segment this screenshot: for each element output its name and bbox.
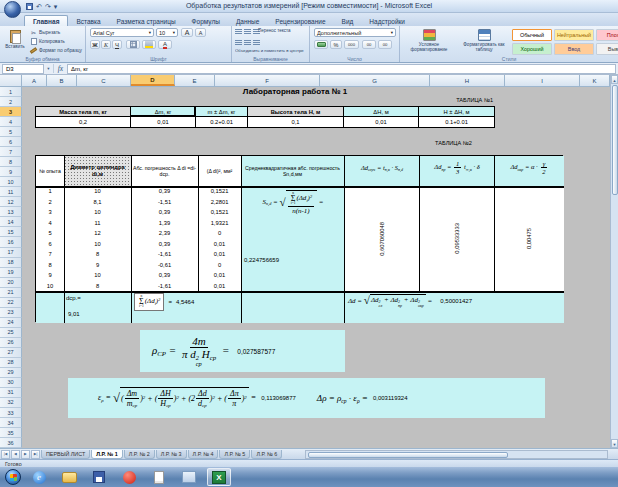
table2-data-cell[interactable]: 0 bbox=[198, 228, 241, 239]
align-right-icon[interactable] bbox=[253, 40, 260, 46]
table1-caption[interactable]: ТАБЛИЦА №1 bbox=[420, 97, 493, 103]
ribbon-tab-Разметка страницы[interactable]: Разметка страницы bbox=[109, 16, 184, 26]
sheet-tab-Л.Р. № 2[interactable]: Л.Р. № 2 bbox=[124, 450, 155, 459]
row-header-36[interactable]: 36 bbox=[0, 438, 22, 448]
table2-data-cell[interactable]: 11 bbox=[64, 218, 131, 229]
table1-cell[interactable]: 0.1+0.01 bbox=[419, 117, 494, 127]
table1-cell[interactable]: Высота тела Н, м bbox=[248, 107, 344, 117]
merge-center-button[interactable]: Объединить и поместить в центре bbox=[235, 48, 309, 53]
taskbar-item-folder[interactable] bbox=[57, 468, 81, 486]
row-header-28[interactable]: 28 bbox=[0, 358, 22, 368]
table1-cell[interactable]: 0,1 bbox=[248, 117, 344, 127]
column-header-D[interactable]: D bbox=[131, 75, 175, 86]
paste-button[interactable]: Вставить bbox=[2, 28, 28, 56]
table2-data-cell[interactable]: 0,39 bbox=[131, 186, 198, 197]
first-sheet-icon[interactable]: |◀ bbox=[1, 450, 10, 459]
table1-cell[interactable]: Масса тела m, кг bbox=[36, 107, 131, 117]
table2-data-cell[interactable]: -1,61 bbox=[131, 281, 198, 292]
decrease-decimal-button[interactable]: 00 bbox=[378, 40, 392, 49]
align-top-icon[interactable] bbox=[235, 29, 242, 35]
sheet-tab-Л.Р. № 1[interactable]: Л.Р. № 1 bbox=[91, 450, 123, 459]
horizontal-scrollbar[interactable] bbox=[305, 450, 608, 459]
name-box-dropdown-icon[interactable]: ▾ bbox=[44, 66, 53, 71]
row-header-13[interactable]: 13 bbox=[0, 207, 22, 217]
fill-color-button[interactable] bbox=[142, 40, 156, 49]
table2-data-cell[interactable]: 0,39 bbox=[131, 239, 198, 250]
style-Обычный[interactable]: Обычный bbox=[512, 29, 552, 41]
name-box[interactable]: D3 bbox=[2, 64, 44, 74]
row-header-17[interactable]: 17 bbox=[0, 248, 22, 258]
row-header-35[interactable]: 35 bbox=[0, 428, 22, 438]
table2-data-cell[interactable]: 7 bbox=[36, 249, 64, 260]
row-header-26[interactable]: 26 bbox=[0, 338, 22, 348]
row-header-24[interactable]: 24 bbox=[0, 318, 22, 328]
sheet-tab-ПЕРВЫЙ ЛИСТ[interactable]: ПЕРВЫЙ ЛИСТ bbox=[41, 450, 90, 459]
style-Вывод[interactable]: Вывод bbox=[596, 43, 618, 55]
row-header-25[interactable]: 25 bbox=[0, 328, 22, 338]
table1-cell[interactable]: Н ± ΔН, м bbox=[419, 107, 494, 117]
format-painter-button[interactable]: Формат по образцу bbox=[30, 47, 82, 54]
ribbon-tab-Вставка[interactable]: Вставка bbox=[68, 16, 108, 26]
font-color-button[interactable]: А bbox=[158, 40, 172, 49]
percent-button[interactable]: % bbox=[330, 40, 342, 49]
table2-data-cell[interactable]: -0,61 bbox=[131, 260, 198, 271]
office-button[interactable] bbox=[4, 1, 21, 18]
prev-sheet-icon[interactable]: ◀ bbox=[11, 450, 20, 459]
insert-function-icon[interactable]: fx bbox=[53, 64, 67, 73]
row-header-18[interactable]: 18 bbox=[0, 258, 22, 268]
shrink-font-button[interactable]: А bbox=[195, 28, 206, 37]
style-Хороший[interactable]: Хороший bbox=[512, 43, 552, 55]
row-header-21[interactable]: 21 bbox=[0, 288, 22, 298]
table2-data-cell[interactable]: 4 bbox=[36, 218, 64, 229]
sum-value[interactable]: 4,5464 bbox=[176, 299, 194, 305]
row-header-29[interactable]: 29 bbox=[0, 368, 22, 378]
table2-data-cell[interactable]: 0,01 bbox=[198, 281, 241, 292]
align-middle-icon[interactable] bbox=[244, 29, 251, 35]
row-header-33[interactable]: 33 bbox=[0, 408, 22, 418]
table1-cell[interactable]: 0,01 bbox=[344, 117, 419, 127]
number-format-combo[interactable]: Дополнительный▾ bbox=[314, 28, 396, 37]
conditional-formatting-button[interactable]: Условное форматирование bbox=[404, 28, 454, 56]
sheet-tab-Л.Р. № 5[interactable]: Л.Р. № 5 bbox=[219, 450, 250, 459]
row-header-19[interactable]: 19 bbox=[0, 268, 22, 278]
table2-data-cell[interactable]: 0,39 bbox=[131, 270, 198, 281]
table1-cell[interactable]: 0,01 bbox=[131, 117, 196, 127]
table2-data-cell[interactable]: 0 bbox=[198, 260, 241, 271]
font-family-combo[interactable]: Arial Cyr▾ bbox=[90, 28, 154, 37]
style-Плохой[interactable]: Плохой bbox=[596, 29, 618, 41]
row-header-20[interactable]: 20 bbox=[0, 278, 22, 288]
table2-data-cell[interactable]: 0,01 bbox=[198, 239, 241, 250]
table1-cell[interactable]: Δm, кг bbox=[131, 107, 196, 117]
row-header-30[interactable]: 30 bbox=[0, 378, 22, 388]
row-header-34[interactable]: 34 bbox=[0, 418, 22, 428]
row-header-9[interactable]: 9 bbox=[0, 167, 22, 177]
increase-decimal-button[interactable]: 00 bbox=[362, 40, 376, 49]
table2-data-cell[interactable]: 0,01 bbox=[198, 270, 241, 281]
italic-button[interactable]: К bbox=[101, 40, 111, 49]
table2-data-cell[interactable]: 8 bbox=[36, 260, 64, 271]
table2-data-cell[interactable]: 0,1521 bbox=[198, 207, 241, 218]
table2-data-cell[interactable]: 1,9321 bbox=[198, 218, 241, 229]
table2-data-cell[interactable]: 6 bbox=[36, 239, 64, 250]
borders-button[interactable] bbox=[126, 40, 140, 49]
table2-data-cell[interactable]: 0,39 bbox=[131, 207, 198, 218]
table2-data-cell[interactable]: 9 bbox=[64, 260, 131, 271]
row-header-10[interactable]: 10 bbox=[0, 177, 22, 187]
currency-button[interactable] bbox=[314, 40, 328, 49]
row-header-15[interactable]: 15 bbox=[0, 227, 22, 237]
style-Нейтральный[interactable]: Нейтральный bbox=[554, 29, 594, 41]
table1-cell[interactable]: 0.2+0.01 bbox=[196, 117, 248, 127]
ribbon-tab-Надстройки[interactable]: Надстройки bbox=[361, 16, 413, 26]
sn-value[interactable]: 0,224756659 bbox=[244, 257, 279, 263]
taskbar-item-window[interactable] bbox=[177, 468, 201, 486]
row-header-11[interactable]: 11 bbox=[0, 187, 22, 197]
row-header-5[interactable]: 5 bbox=[0, 127, 22, 137]
column-header-E[interactable]: E bbox=[175, 75, 215, 86]
table2-data-cell[interactable]: 2,39 bbox=[131, 228, 198, 239]
table2-header-1[interactable]: Диаметр цилиндра di,м bbox=[64, 156, 131, 186]
table2-data-cell[interactable]: 1 bbox=[36, 186, 64, 197]
table2-data-cell[interactable]: 8 bbox=[64, 249, 131, 260]
taskbar-item-opera[interactable] bbox=[117, 468, 141, 486]
t2-dsluch-body[interactable]: 0,607060048 bbox=[344, 186, 419, 291]
formula-input[interactable]: Δm, кг bbox=[67, 64, 616, 74]
